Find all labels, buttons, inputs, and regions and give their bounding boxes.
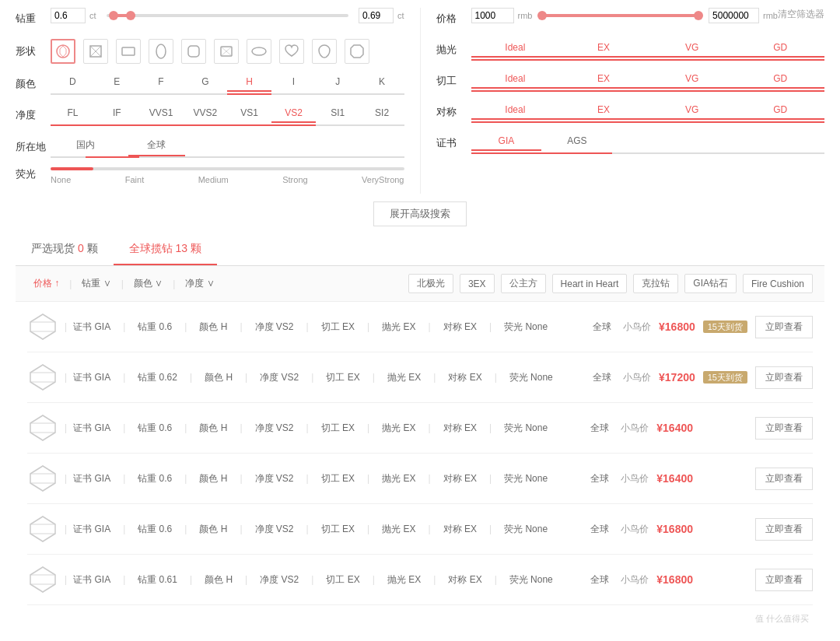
sort-weight[interactable]: 钻重 ∨ [75,274,117,293]
polish-ex[interactable]: EX [559,39,648,58]
tag-heartinheart[interactable]: Heart in Heart [552,274,628,293]
svg-line-38 [30,483,43,491]
weight-thumb-left[interactable] [109,11,118,20]
tag-3ex[interactable]: 3EX [460,274,495,293]
price-section-2: 小鸟价 ¥17200 [623,371,695,384]
fluor-none: None [51,175,71,184]
shape-heart[interactable] [279,39,304,64]
svg-marker-13 [30,314,55,339]
tag-bejiguang[interactable]: 北极光 [408,274,453,293]
shape-radiant[interactable] [214,39,239,64]
svg-marker-48 [30,567,55,592]
sort-price[interactable]: 价格 ↑ [27,274,65,293]
fluor-label: 荧光 [16,167,51,181]
weight-unit-left: ct [89,11,96,20]
price-thumb-left[interactable] [537,11,547,20]
clarity-VVS2[interactable]: VVS2 [183,104,227,123]
clarity-VVS1[interactable]: VVS1 [139,104,184,123]
price-thumb-right[interactable] [694,11,703,20]
tag-giazuan[interactable]: GIA钻石 [684,274,737,293]
sort-bar: 价格 ↑ | 钻重 ∨ | 颜色 ∨ | 净度 ∨ 北极光 3EX 公主方 He… [16,266,824,302]
buy-btn-4[interactable]: 立即查看 [755,468,813,490]
polish-ideal[interactable]: Ideal [471,39,560,58]
svg-rect-5 [122,47,135,55]
sort-clarity[interactable]: 净度 ∨ [179,274,220,293]
color-label: 颜色 [16,77,51,91]
cert-gia[interactable]: GIA [471,132,542,151]
shape-round[interactable] [51,39,75,64]
sort-color[interactable]: 颜色 ∨ [128,274,169,293]
tag-filters: 北极光 3EX 公主方 Heart in Heart 克拉钻 GIA钻石 Fir… [408,274,813,293]
color-J[interactable]: J [316,73,360,92]
buy-btn-3[interactable]: 立即查看 [755,417,813,440]
buy-btn-6[interactable]: 立即查看 [755,569,813,591]
fluor-fill [51,167,93,170]
weight-unit-right: ct [397,11,404,20]
color-H[interactable]: H [227,73,271,92]
polish-vg[interactable]: VG [648,39,737,58]
color-G[interactable]: G [183,73,227,92]
buy-btn-1[interactable]: 立即查看 [755,316,813,338]
table-row: | 证书 GIA | 钻重 0.6 | 颜色 H | 净度 VS2 | 切工 E… [27,403,813,454]
location-4: 全球 [590,472,609,485]
tag-princess[interactable]: 公主方 [501,274,546,293]
svg-line-30 [43,415,55,423]
cut-ex[interactable]: EX [559,70,648,89]
location-5: 全球 [590,523,609,536]
price-max-input[interactable] [709,8,759,23]
buy-btn-2[interactable]: 立即查看 [755,366,813,389]
price-min-input[interactable] [471,8,514,23]
location-domestic[interactable]: 国内 [51,135,121,155]
weight-max-input[interactable] [359,8,394,23]
shape-princess[interactable] [83,39,108,64]
tab-global[interactable]: 全球揽钻 13 颗 [114,234,217,265]
shape-pear[interactable] [312,39,337,64]
price-slider-fill [542,14,698,17]
clarity-IF[interactable]: IF [95,104,139,123]
cut-gd[interactable]: GD [736,70,824,89]
color-E[interactable]: E [95,73,139,92]
clarity-FL[interactable]: FL [51,104,95,123]
shape-marquise[interactable] [247,39,271,64]
symmetry-options: Ideal EX VG GD [471,101,825,120]
fluor-verystrong: VeryStrong [362,175,404,184]
shape-cushion[interactable] [181,39,206,64]
clarity-SI1[interactable]: SI1 [316,104,360,123]
shape-oval[interactable] [149,39,173,64]
weight-thumb-right[interactable] [126,11,135,20]
shape-options [51,39,404,64]
color-K[interactable]: K [360,73,404,92]
clarity-VS2[interactable]: VS2 [271,104,316,123]
cut-ideal[interactable]: Ideal [471,70,560,89]
clarity-SI2[interactable]: SI2 [360,104,404,123]
color-D[interactable]: D [51,73,95,92]
advanced-search-section: 展开高级搜索 [16,201,824,226]
diamond-icon-6 [27,564,58,595]
svg-marker-12 [351,45,363,58]
cut-vg[interactable]: VG [648,70,737,89]
cert-ags[interactable]: AGS [541,132,612,151]
clear-filter-btn[interactable]: 清空筛选器 [778,8,824,21]
color-F[interactable]: F [139,73,184,92]
location-global[interactable]: 全球 [121,135,192,155]
table-row: | 证书 GIA | 钻重 0.61 | 颜色 H | 净度 VS2 | 切工 … [27,555,813,605]
clarity-VS1[interactable]: VS1 [227,104,271,123]
tag-kelazuan[interactable]: 克拉钻 [633,274,678,293]
price-section-6: 小鸟价 ¥16800 [621,573,693,587]
weight-min-input[interactable] [51,8,86,23]
sym-ideal[interactable]: Ideal [471,101,560,120]
shape-asscher[interactable] [345,39,369,64]
location-2: 全球 [593,371,611,384]
sym-vg[interactable]: VG [648,101,737,120]
buy-btn-5[interactable]: 立即查看 [755,518,813,541]
polish-label: 抛光 [436,43,471,57]
sym-gd[interactable]: GD [736,101,824,120]
polish-gd[interactable]: GD [736,39,824,58]
color-I[interactable]: I [271,73,316,92]
sym-ex[interactable]: EX [559,101,648,120]
svg-line-51 [43,567,55,575]
tab-stock[interactable]: 严选现货 0 颗 [16,234,114,265]
advanced-search-btn[interactable]: 展开高级搜索 [373,201,467,226]
tag-firecushion[interactable]: Fire Cushion [743,274,813,293]
shape-emerald[interactable] [116,39,141,64]
